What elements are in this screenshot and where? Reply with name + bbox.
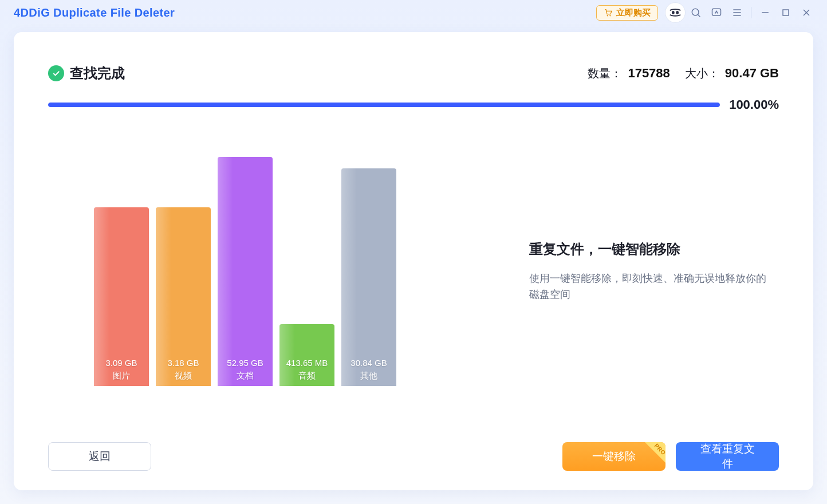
size-label: 大小： [685, 66, 719, 81]
menu-icon[interactable] [727, 2, 747, 23]
close-button[interactable] [796, 2, 817, 23]
svg-point-0 [607, 15, 608, 16]
status-title: 查找完成 [70, 64, 125, 82]
minimize-button[interactable] [755, 2, 775, 23]
bar-其他: 30.84 GB其他 [341, 168, 396, 386]
bar-category: 视频 [156, 370, 211, 381]
buy-now-label: 立即购买 [616, 7, 651, 18]
bar-value: 30.84 GB [341, 357, 396, 369]
bar-chart: 3.09 GB图片3.18 GB视频52.95 GB文档413.65 MB音频3… [94, 157, 460, 386]
svg-point-1 [609, 15, 611, 16]
svg-point-3 [676, 11, 679, 14]
bar-category: 文档 [218, 370, 273, 381]
view-duplicates-button[interactable]: 查看重复文件 [676, 442, 779, 471]
bar-音频: 413.65 MB音频 [279, 324, 334, 386]
chart-wrap: 3.09 GB图片3.18 GB视频52.95 GB文档413.65 MB音频3… [94, 157, 460, 386]
bar-图片: 3.09 GB图片 [94, 207, 149, 386]
check-icon [48, 65, 64, 81]
back-button[interactable]: 返回 [48, 442, 151, 471]
progress-bar [48, 103, 720, 107]
titlebar: 4DDiG Duplicate File Deleter 立即购买 [0, 0, 827, 25]
separator [751, 7, 751, 18]
bar-value: 52.95 GB [218, 357, 273, 369]
progress-fill [48, 103, 720, 107]
main-panel: 查找完成 数量： 175788 大小： 90.47 GB 100.00% 3.0… [14, 32, 813, 490]
side-copy: 重复文件，一键智能移除 使用一键智能移除，即刻快速、准确无误地释放你的磁盘空间 [529, 240, 770, 303]
bar-value: 413.65 MB [279, 357, 334, 369]
cart-icon [604, 8, 613, 17]
side-heading: 重复文件，一键智能移除 [529, 240, 770, 258]
bar-category: 图片 [94, 370, 149, 381]
maximize-button[interactable] [775, 2, 796, 23]
bar-category: 音频 [279, 370, 334, 381]
pro-badge: PRO [644, 442, 665, 464]
smart-remove-button[interactable]: 一键移除 PRO [562, 442, 665, 471]
count-value: 175788 [628, 66, 670, 81]
bar-value: 3.18 GB [156, 357, 211, 369]
size-value: 90.47 GB [725, 66, 779, 81]
footer: 返回 一键移除 PRO 查看重复文件 [48, 442, 779, 471]
count-label: 数量： [588, 66, 622, 81]
svg-point-4 [692, 9, 699, 15]
app-title: 4DDiG Duplicate File Deleter [14, 6, 175, 19]
search-icon[interactable] [686, 2, 706, 23]
buy-now-button[interactable]: 立即购买 [596, 5, 658, 21]
body-row: 3.09 GB图片3.18 GB视频52.95 GB文档413.65 MB音频3… [48, 112, 779, 431]
chat-icon[interactable] [665, 2, 686, 23]
bar-category: 其他 [341, 370, 396, 381]
bar-value: 3.09 GB [94, 357, 149, 369]
status-header: 查找完成 数量： 175788 大小： 90.47 GB [48, 64, 779, 82]
svg-rect-5 [712, 9, 721, 15]
progress-percent: 100.00% [729, 97, 779, 112]
bar-视频: 3.18 GB视频 [156, 207, 211, 386]
progress-row: 100.00% [48, 97, 779, 112]
svg-point-2 [672, 11, 675, 14]
side-body: 使用一键智能移除，即刻快速、准确无误地释放你的磁盘空间 [529, 271, 770, 303]
svg-rect-6 [783, 10, 789, 15]
bar-文档: 52.95 GB文档 [218, 157, 273, 386]
feedback-icon[interactable] [706, 2, 727, 23]
smart-remove-label: 一键移除 [592, 449, 636, 464]
